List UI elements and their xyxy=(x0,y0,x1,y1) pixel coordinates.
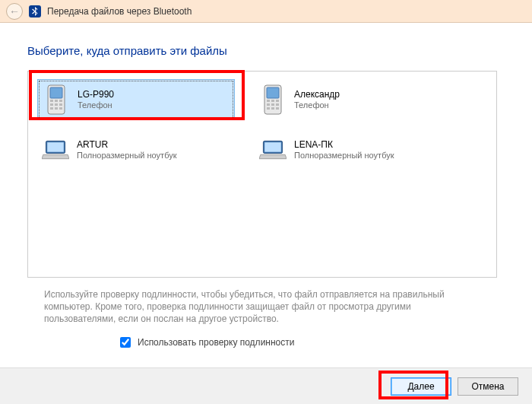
device-name: LENA-ПК xyxy=(294,139,394,151)
cancel-button[interactable]: Отмена xyxy=(458,377,518,396)
footer: Далее Отмена xyxy=(0,367,532,404)
device-item-lena-pk[interactable]: LENA-ПК Полноразмерный ноутбук xyxy=(255,129,452,170)
svg-rect-5 xyxy=(50,103,53,106)
phone-icon xyxy=(43,84,70,116)
device-item-lg-p990[interactable]: LG-P990 Телефон xyxy=(37,79,235,120)
next-button[interactable]: Далее xyxy=(391,377,451,396)
svg-rect-16 xyxy=(267,103,270,106)
svg-rect-1 xyxy=(50,87,62,98)
svg-rect-14 xyxy=(271,100,274,102)
svg-rect-15 xyxy=(276,100,279,102)
arrow-left-icon: ← xyxy=(9,5,20,17)
laptop-icon xyxy=(259,134,287,166)
hint-text: Используйте проверку подлинности, чтобы … xyxy=(44,288,470,326)
device-type: Полноразмерный ноутбук xyxy=(294,151,394,161)
svg-rect-12 xyxy=(267,87,279,98)
svg-rect-6 xyxy=(55,103,58,106)
svg-rect-18 xyxy=(276,103,279,106)
device-item-alexander[interactable]: Александр Телефон xyxy=(255,79,452,120)
svg-rect-3 xyxy=(55,100,58,102)
device-type: Телефон xyxy=(294,100,340,111)
device-type: Телефон xyxy=(78,100,114,111)
back-button[interactable]: ← xyxy=(6,3,23,20)
page-heading: Выберите, куда отправить эти файлы xyxy=(27,44,505,57)
device-list: LG-P990 Телефон Александр Телефон xyxy=(27,71,497,278)
device-type: Полноразмерный ноутбук xyxy=(77,151,177,161)
auth-label: Использовать проверку подлинности xyxy=(138,337,294,348)
auth-checkbox[interactable] xyxy=(120,337,131,348)
svg-rect-2 xyxy=(50,100,53,102)
svg-rect-25 xyxy=(264,142,281,152)
device-name: LG-P990 xyxy=(78,89,114,100)
svg-rect-13 xyxy=(267,100,270,102)
device-name: ARTUR xyxy=(77,139,177,151)
device-name: Александр xyxy=(294,89,340,100)
svg-rect-9 xyxy=(55,107,58,110)
window-title: Передача файлов через Bluetooth xyxy=(47,6,192,17)
svg-rect-10 xyxy=(59,107,62,110)
device-item-artur[interactable]: ARTUR Полноразмерный ноутбук xyxy=(37,129,235,170)
svg-rect-19 xyxy=(267,107,270,110)
wizard-content: Выберите, куда отправить эти файлы LG-P9… xyxy=(0,23,532,358)
titlebar: ← Передача файлов через Bluetooth xyxy=(0,0,532,23)
auth-row: Использовать проверку подлинности xyxy=(117,335,505,350)
svg-rect-4 xyxy=(59,100,62,102)
svg-rect-17 xyxy=(271,103,274,106)
laptop-icon xyxy=(42,134,69,166)
svg-rect-23 xyxy=(47,142,64,152)
svg-rect-20 xyxy=(271,107,274,110)
svg-rect-8 xyxy=(50,107,53,110)
svg-rect-7 xyxy=(59,103,62,106)
phone-icon xyxy=(259,84,287,116)
svg-rect-21 xyxy=(276,107,279,110)
bluetooth-icon xyxy=(29,5,41,17)
